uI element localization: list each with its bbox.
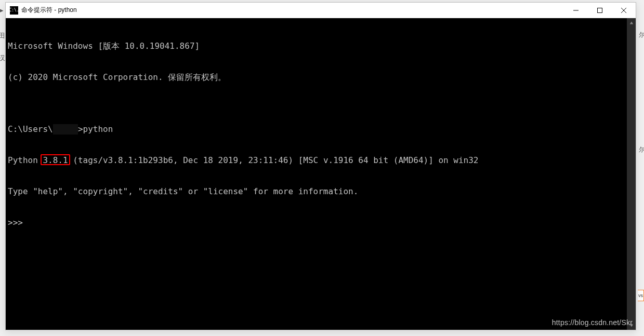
python-prompt: >>>: [8, 218, 636, 228]
cmd-app-icon: C:\.: [10, 6, 18, 15]
terminal-line: (c) 2020 Microsoft Corporation. 保留所有权利。: [8, 72, 636, 83]
minimize-button[interactable]: [564, 3, 588, 18]
watermark-text: https://blog.csdn.net/Skr: [552, 317, 633, 328]
python-version-line: Python 3.8.1 (tags/v3.8.1:1b293b6, Dec 1…: [8, 155, 636, 166]
terminal-line: Microsoft Windows [版本 10.0.19041.867]: [8, 41, 636, 51]
fragment-cn-r1: 尔: [639, 31, 644, 39]
python-version-number: 3.8.1: [43, 155, 68, 165]
svg-rect-1: [598, 8, 602, 12]
fragment-cn-1: 田: [0, 31, 5, 41]
background-right-fragments: 尔 尔 vs: [638, 0, 644, 336]
cmd-window: C:\. 命令提示符 - python Microsoft Windows [版…: [5, 2, 636, 330]
close-button[interactable]: [612, 3, 636, 18]
terminal-area[interactable]: Microsoft Windows [版本 10.0.19041.867] (c…: [6, 18, 636, 330]
vertical-scrollbar[interactable]: [627, 18, 636, 330]
fragment-vs-badge: vs: [638, 290, 644, 301]
window-title: 命令提示符 - python: [21, 6, 564, 15]
window-controls: [564, 3, 636, 18]
scroll-up-icon[interactable]: [627, 18, 636, 27]
terminal-line: Type "help", "copyright", "credits" or "…: [8, 186, 636, 197]
maximize-button[interactable]: [588, 3, 612, 18]
redacted-username: [53, 124, 78, 135]
fragment-arrow-icon: ▸: [0, 6, 4, 14]
titlebar[interactable]: C:\. 命令提示符 - python: [6, 3, 636, 18]
background-left-fragments: ▸ 田 汉: [0, 0, 5, 336]
fragment-cn-r2: 尔: [639, 145, 644, 154]
fragment-cn-2: 汉: [0, 53, 5, 63]
terminal-prompt-line: C:\Users\ >python: [8, 124, 636, 135]
